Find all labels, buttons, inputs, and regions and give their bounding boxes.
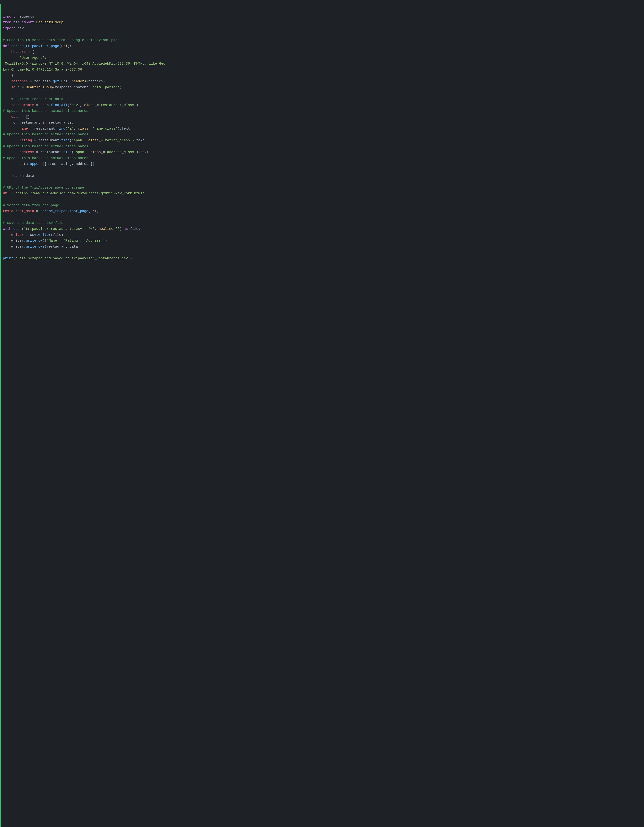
- line-21: # Update this based on actual class name…: [3, 133, 88, 136]
- line-24: address = restaurant.find('span', class_…: [3, 150, 149, 154]
- line-38: writer = csv.writer(file): [3, 233, 63, 237]
- line-40: writer.writerows(restaurant_data): [3, 245, 80, 248]
- line-29: [3, 180, 5, 184]
- line-37: with open('tripadvisor_restaurants.csv',…: [3, 227, 140, 231]
- line-6: def scrape_tripadvisor_page(url):: [3, 44, 72, 48]
- line-25: # Update this based on actual class name…: [3, 156, 88, 160]
- line-42: print('Data scraped and saved to tripadv…: [3, 256, 132, 260]
- line-26: data.append([name, rating, address]): [3, 162, 95, 166]
- line-20: name = restaurant.find('a', class_='name…: [3, 127, 130, 131]
- line-36: # Save the data to a CSV file: [3, 221, 63, 225]
- line-32: [3, 197, 5, 201]
- line-23: # Update this based on actual class name…: [3, 144, 88, 148]
- code-content: import requests from bs4 import Beautifu…: [3, 8, 638, 267]
- line-41: [3, 250, 5, 254]
- line-15: # Extract restaurant data: [3, 97, 63, 101]
- line-31: url = 'https://www.tripadvisor.com/Resta…: [3, 192, 145, 195]
- line-5: # Function to scrape data from a single …: [3, 38, 120, 42]
- line-27: [3, 168, 5, 172]
- line-3: import csv: [3, 27, 24, 30]
- line-34: restaurant_data = scrape_tripadvisor_pag…: [3, 209, 99, 213]
- line-1: import requests: [3, 15, 34, 19]
- line-33: # Scrape data from the page: [3, 203, 59, 207]
- line-9: 'Mozilla/5.0 (Windows NT 10.0; Win64; x6…: [3, 62, 165, 66]
- line-11: }: [3, 74, 13, 78]
- line-8: 'User-Agent':: [3, 56, 47, 60]
- code-editor: import requests from bs4 import Beautifu…: [0, 4, 644, 827]
- line-13: soup = BeautifulSoup(response.content, '…: [3, 86, 122, 89]
- line-14: [3, 91, 5, 95]
- line-10: ko) Chrome/91.0.4472.124 Safari/537.36': [3, 68, 84, 72]
- line-18: data = []: [3, 115, 30, 119]
- line-30: # URL of the TripAdvisor page to scrape: [3, 186, 84, 190]
- line-17: # Update this based on actual class name…: [3, 109, 88, 113]
- line-19: for restaurant in restaurants:: [3, 121, 74, 125]
- line-2: from bs4 import BeautifulSoup: [3, 20, 63, 24]
- line-12: response = requests.get(url, headers=hea…: [3, 80, 105, 83]
- line-4: [3, 32, 5, 36]
- line-39: writer.writerow(['Name', 'Rating', 'Addr…: [3, 239, 107, 243]
- line-35: [3, 215, 5, 219]
- line-16: restaurants = soup.find_all('div', class…: [3, 103, 138, 107]
- line-22: rating = restaurant.find('span', class_=…: [3, 139, 145, 142]
- line-7: headers = {: [3, 50, 34, 54]
- line-28: return data: [3, 174, 34, 178]
